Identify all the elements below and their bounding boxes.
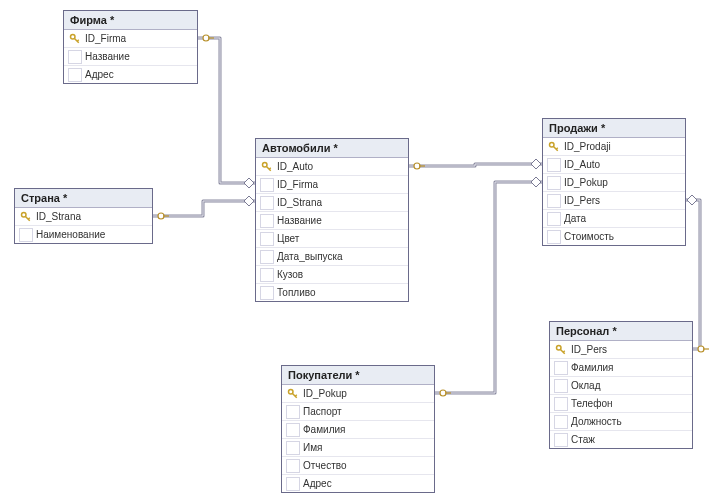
table-title: Страна *: [15, 189, 152, 208]
field-type-icon: [260, 286, 274, 300]
field-row[interactable]: ID_Pokup: [282, 385, 434, 403]
field-row[interactable]: Паспорт: [282, 403, 434, 421]
field-label: ID_Pers: [571, 344, 688, 355]
field-label: Название: [277, 215, 404, 226]
field-type-icon: [19, 228, 33, 242]
field-type-icon: [554, 397, 568, 411]
field-row[interactable]: Адрес: [282, 475, 434, 492]
field-row[interactable]: ID_Auto: [543, 156, 685, 174]
field-type-icon: [286, 441, 300, 455]
svg-point-0: [203, 35, 209, 41]
field-type-icon: [260, 268, 274, 282]
table-prodaji[interactable]: Продажи *ID_ProdajiID_AutoID_PokupID_Per…: [542, 118, 686, 246]
field-label: ID_Prodaji: [564, 141, 681, 152]
field-type-icon: [547, 230, 561, 244]
key-icon: [68, 32, 82, 46]
field-type-icon: [68, 68, 82, 82]
field-label: ID_Pokup: [564, 177, 681, 188]
field-row[interactable]: Телефон: [550, 395, 692, 413]
field-type-icon: [260, 196, 274, 210]
field-row[interactable]: Фамилия: [282, 421, 434, 439]
field-label: Адрес: [303, 478, 430, 489]
field-type-icon: [554, 433, 568, 447]
table-firma[interactable]: Фирма *ID_FirmaНазваниеАдрес: [63, 10, 198, 84]
field-type-icon: [260, 214, 274, 228]
field-row[interactable]: Фамилия: [550, 359, 692, 377]
field-label: Оклад: [571, 380, 688, 391]
table-title: Персонал *: [550, 322, 692, 341]
table-title: Фирма *: [64, 11, 197, 30]
field-row[interactable]: Адрес: [64, 66, 197, 83]
table-pokupateli[interactable]: Покупатели *ID_PokupПаспортФамилияИмяОтч…: [281, 365, 435, 493]
field-label: Наименование: [36, 229, 148, 240]
field-row[interactable]: ID_Pokup: [543, 174, 685, 192]
field-label: Топливо: [277, 287, 404, 298]
field-label: Стоимость: [564, 231, 681, 242]
field-label: Паспорт: [303, 406, 430, 417]
field-label: ID_Pokup: [303, 388, 430, 399]
field-row[interactable]: Оклад: [550, 377, 692, 395]
field-row[interactable]: ID_Pers: [543, 192, 685, 210]
field-label: ID_Strana: [277, 197, 404, 208]
field-type-icon: [286, 405, 300, 419]
key-icon: [260, 160, 274, 174]
field-type-icon: [260, 232, 274, 246]
field-label: ID_Firma: [85, 33, 193, 44]
field-label: Дата_выпуска: [277, 251, 404, 262]
field-row[interactable]: Дата_выпуска: [256, 248, 408, 266]
field-row[interactable]: Название: [64, 48, 197, 66]
field-label: ID_Strana: [36, 211, 148, 222]
key-icon: [547, 140, 561, 154]
field-label: Кузов: [277, 269, 404, 280]
table-personal[interactable]: Персонал *ID_PersФамилияОкладТелефонДолж…: [549, 321, 693, 449]
table-title: Покупатели *: [282, 366, 434, 385]
field-row[interactable]: Должность: [550, 413, 692, 431]
field-row[interactable]: Топливо: [256, 284, 408, 301]
svg-line-15: [28, 217, 30, 219]
field-label: ID_Auto: [277, 161, 404, 172]
field-type-icon: [547, 158, 561, 172]
field-row[interactable]: ID_Auto: [256, 158, 408, 176]
field-row[interactable]: ID_Firma: [256, 176, 408, 194]
field-row[interactable]: ID_Prodaji: [543, 138, 685, 156]
field-label: Фамилия: [571, 362, 688, 373]
field-type-icon: [554, 361, 568, 375]
field-label: ID_Firma: [277, 179, 404, 190]
svg-point-8: [698, 346, 704, 352]
field-label: Название: [85, 51, 193, 62]
field-row[interactable]: Отчество: [282, 457, 434, 475]
field-row[interactable]: Дата: [543, 210, 685, 228]
svg-point-6: [440, 390, 446, 396]
svg-line-24: [295, 394, 297, 396]
svg-line-12: [77, 39, 79, 41]
field-type-icon: [260, 250, 274, 264]
field-row[interactable]: Название: [256, 212, 408, 230]
key-icon: [286, 387, 300, 401]
table-auto[interactable]: Автомобили *ID_AutoID_FirmaID_StranaНазв…: [255, 138, 409, 302]
svg-line-21: [556, 147, 558, 149]
field-row[interactable]: Кузов: [256, 266, 408, 284]
field-type-icon: [547, 194, 561, 208]
field-row[interactable]: ID_Pers: [550, 341, 692, 359]
field-type-icon: [260, 178, 274, 192]
field-row[interactable]: Имя: [282, 439, 434, 457]
field-row[interactable]: Цвет: [256, 230, 408, 248]
field-row[interactable]: Наименование: [15, 226, 152, 243]
field-type-icon: [286, 477, 300, 491]
field-row[interactable]: ID_Strana: [15, 208, 152, 226]
field-label: Фамилия: [303, 424, 430, 435]
field-label: Цвет: [277, 233, 404, 244]
key-icon: [554, 343, 568, 357]
table-title: Продажи *: [543, 119, 685, 138]
svg-line-27: [563, 350, 565, 352]
field-label: Имя: [303, 442, 430, 453]
svg-point-4: [414, 163, 420, 169]
table-strana[interactable]: Страна *ID_StranaНаименование: [14, 188, 153, 244]
field-row[interactable]: ID_Firma: [64, 30, 197, 48]
field-label: Адрес: [85, 69, 193, 80]
field-row[interactable]: ID_Strana: [256, 194, 408, 212]
field-row[interactable]: Стаж: [550, 431, 692, 448]
field-type-icon: [554, 415, 568, 429]
diagram-canvas: Фирма *ID_FirmaНазваниеАдресСтрана *ID_S…: [0, 0, 712, 502]
field-row[interactable]: Стоимость: [543, 228, 685, 245]
